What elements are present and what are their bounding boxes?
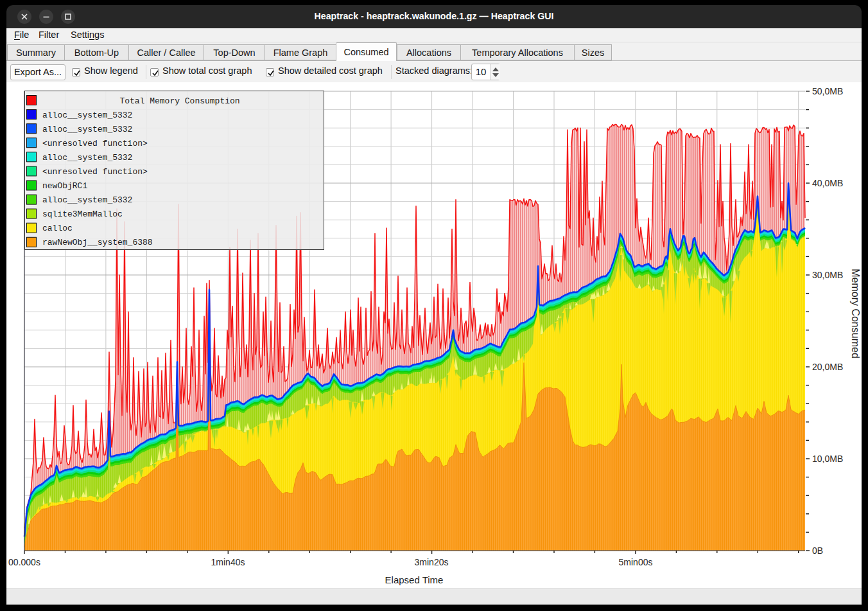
svg-text:30,0MB: 30,0MB — [812, 270, 843, 280]
svg-text:10,0MB: 10,0MB — [812, 454, 843, 464]
svg-text:3min20s: 3min20s — [415, 557, 449, 567]
svg-text:alloc__system_5332: alloc__system_5332 — [42, 153, 132, 163]
svg-text:50,0MB: 50,0MB — [812, 86, 843, 96]
svg-text:5min00s: 5min00s — [619, 557, 653, 567]
svg-text:0B: 0B — [812, 545, 823, 556]
svg-text:Total Memory Consumption: Total Memory Consumption — [119, 96, 239, 106]
svg-text:Elapsed Time: Elapsed Time — [385, 574, 444, 585]
svg-text:sqlite3MemMalloc: sqlite3MemMalloc — [42, 209, 123, 219]
svg-text:40,0MB: 40,0MB — [812, 178, 843, 188]
svg-text:alloc__system_5332: alloc__system_5332 — [42, 195, 132, 205]
svg-text:rawNewObj__system_6388: rawNewObj__system_6388 — [42, 238, 153, 247]
svg-text:00.000s: 00.000s — [8, 557, 40, 567]
svg-text:calloc: calloc — [42, 224, 73, 233]
svg-text:20,0MB: 20,0MB — [812, 362, 843, 372]
svg-text:<unresolved function>: <unresolved function> — [42, 139, 148, 148]
svg-text:1min40s: 1min40s — [211, 557, 245, 567]
svg-text:newObjRC1: newObjRC1 — [42, 181, 87, 191]
svg-text:Memory Consumed: Memory Consumed — [850, 269, 861, 359]
svg-text:<unresolved function>: <unresolved function> — [42, 167, 148, 177]
svg-text:alloc__system_5332: alloc__system_5332 — [42, 111, 132, 120]
svg-text:alloc__system_5332: alloc__system_5332 — [42, 125, 132, 134]
